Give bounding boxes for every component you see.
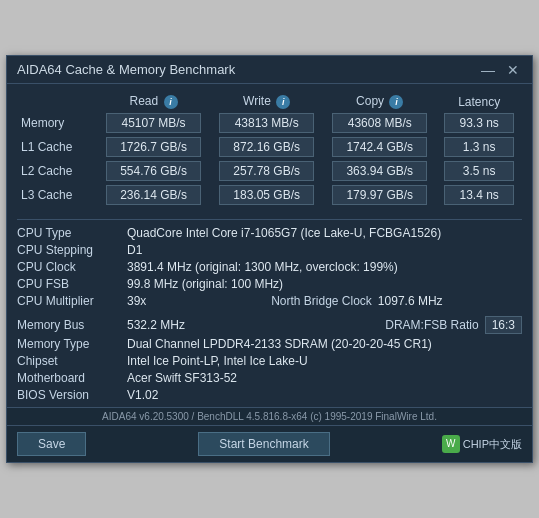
bottom-bar: Save Start Benchmark W CHIP中文版: [7, 425, 532, 462]
memory-bus-row: Memory Bus 532.2 MHz DRAM:FSB Ratio 16:3: [17, 314, 522, 335]
memory-bus-value: 532.2 MHz: [127, 318, 385, 332]
bench-row-l2-cache: L2 Cache 554.76 GB/s 257.78 GB/s 363.94 …: [17, 159, 522, 183]
bench-row-memory: Memory 45107 MB/s 43813 MB/s 43608 MB/s …: [17, 111, 522, 135]
separator-1: [17, 219, 522, 220]
memory-type-value: Dual Channel LPDDR4-2133 SDRAM (20-20-20…: [127, 337, 522, 351]
read-value: 554.76 GB/s: [97, 159, 210, 183]
write-value: 257.78 GB/s: [210, 159, 323, 183]
empty-header: [17, 92, 97, 111]
chip-logo: W CHIP中文版: [442, 435, 522, 453]
write-info-icon[interactable]: i: [276, 95, 290, 109]
latency-value: 93.3 ns: [436, 111, 522, 135]
memory-type-row: Memory Type Dual Channel LPDDR4-2133 SDR…: [17, 335, 522, 352]
read-value: 236.14 GB/s: [97, 183, 210, 207]
footer-text: AIDA64 v6.20.5300 / BenchDLL 4.5.816.8-x…: [102, 411, 437, 422]
chip-logo-text: CHIP中文版: [463, 437, 522, 452]
write-header: Write i: [210, 92, 323, 111]
latency-header: Latency: [436, 92, 522, 111]
copy-header: Copy i: [323, 92, 436, 111]
north-bridge-value: 1097.6 MHz: [378, 294, 522, 308]
cpu-multiplier-row: CPU Multiplier 39x North Bridge Clock 10…: [17, 292, 522, 309]
cpu-fsb-label: CPU FSB: [17, 277, 127, 291]
info-section: CPU Type QuadCore Intel Core i7-1065G7 (…: [17, 224, 522, 403]
copy-value: 43608 MB/s: [323, 111, 436, 135]
footer: AIDA64 v6.20.5300 / BenchDLL 4.5.816.8-x…: [7, 407, 532, 425]
window-title: AIDA64 Cache & Memory Benchmark: [17, 62, 235, 77]
memory-type-label: Memory Type: [17, 337, 127, 351]
row-label: L3 Cache: [17, 183, 97, 207]
row-label: Memory: [17, 111, 97, 135]
save-button[interactable]: Save: [17, 432, 86, 456]
chipset-label: Chipset: [17, 354, 127, 368]
read-info-icon[interactable]: i: [164, 95, 178, 109]
cpu-multiplier-label: CPU Multiplier: [17, 294, 127, 308]
cpu-type-label: CPU Type: [17, 226, 127, 240]
copy-value: 1742.4 GB/s: [323, 135, 436, 159]
main-window: AIDA64 Cache & Memory Benchmark — ✕ Read…: [6, 55, 533, 463]
north-bridge-label: North Bridge Clock: [271, 294, 372, 308]
window-controls: — ✕: [478, 63, 522, 77]
bios-row: BIOS Version V1.02: [17, 386, 522, 403]
main-content: Read i Write i Copy i Latency Memory: [7, 84, 532, 407]
title-bar: AIDA64 Cache & Memory Benchmark — ✕: [7, 56, 532, 84]
wechat-icon: W: [442, 435, 460, 453]
dram-fsb-label: DRAM:FSB Ratio: [385, 318, 478, 332]
cpu-clock-label: CPU Clock: [17, 260, 127, 274]
cpu-fsb-row: CPU FSB 99.8 MHz (original: 100 MHz): [17, 275, 522, 292]
cpu-multiplier-value: 39x: [127, 294, 271, 308]
bios-value: V1.02: [127, 388, 522, 402]
motherboard-value: Acer Swift SF313-52: [127, 371, 522, 385]
motherboard-row: Motherboard Acer Swift SF313-52: [17, 369, 522, 386]
latency-value: 13.4 ns: [436, 183, 522, 207]
latency-value: 1.3 ns: [436, 135, 522, 159]
cpu-stepping-row: CPU Stepping D1: [17, 241, 522, 258]
cpu-stepping-value: D1: [127, 243, 522, 257]
memory-bus-label: Memory Bus: [17, 318, 127, 332]
row-label: L2 Cache: [17, 159, 97, 183]
dram-fsb-value: 16:3: [485, 316, 522, 334]
read-header: Read i: [97, 92, 210, 111]
write-value: 183.05 GB/s: [210, 183, 323, 207]
cpu-clock-value: 3891.4 MHz (original: 1300 MHz, overcloc…: [127, 260, 522, 274]
start-benchmark-button[interactable]: Start Benchmark: [198, 432, 329, 456]
motherboard-label: Motherboard: [17, 371, 127, 385]
read-value: 1726.7 GB/s: [97, 135, 210, 159]
chipset-value: Intel Ice Point-LP, Intel Ice Lake-U: [127, 354, 522, 368]
bench-row-l3-cache: L3 Cache 236.14 GB/s 183.05 GB/s 179.97 …: [17, 183, 522, 207]
cpu-clock-row: CPU Clock 3891.4 MHz (original: 1300 MHz…: [17, 258, 522, 275]
minimize-button[interactable]: —: [478, 63, 498, 77]
row-label: L1 Cache: [17, 135, 97, 159]
cpu-fsb-value: 99.8 MHz (original: 100 MHz): [127, 277, 522, 291]
cpu-type-value: QuadCore Intel Core i7-1065G7 (Ice Lake-…: [127, 226, 522, 240]
close-button[interactable]: ✕: [504, 63, 522, 77]
cpu-type-row: CPU Type QuadCore Intel Core i7-1065G7 (…: [17, 224, 522, 241]
bench-row-l1-cache: L1 Cache 1726.7 GB/s 872.16 GB/s 1742.4 …: [17, 135, 522, 159]
read-value: 45107 MB/s: [97, 111, 210, 135]
write-value: 43813 MB/s: [210, 111, 323, 135]
chipset-row: Chipset Intel Ice Point-LP, Intel Ice La…: [17, 352, 522, 369]
cpu-stepping-label: CPU Stepping: [17, 243, 127, 257]
write-value: 872.16 GB/s: [210, 135, 323, 159]
copy-value: 179.97 GB/s: [323, 183, 436, 207]
bios-label: BIOS Version: [17, 388, 127, 402]
copy-info-icon[interactable]: i: [389, 95, 403, 109]
latency-value: 3.5 ns: [436, 159, 522, 183]
copy-value: 363.94 GB/s: [323, 159, 436, 183]
benchmark-table: Read i Write i Copy i Latency Memory: [17, 92, 522, 207]
